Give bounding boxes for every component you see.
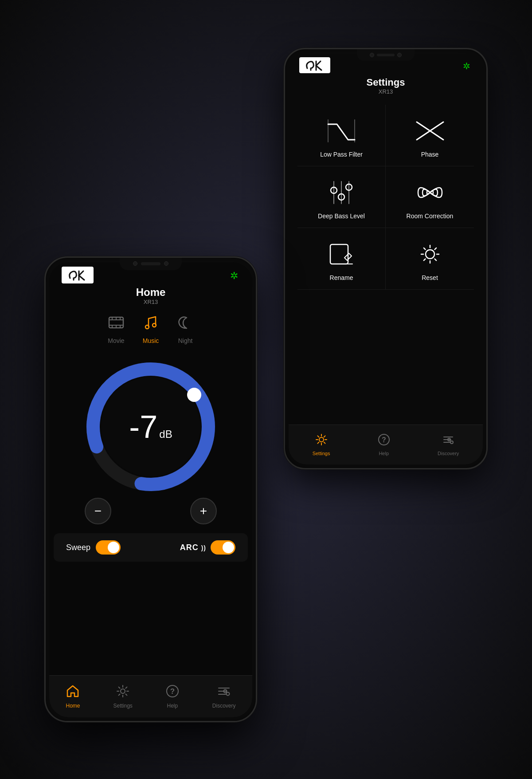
phone-home: ✲ Home XR13 — [44, 256, 257, 722]
discovery-nav-icon-front — [217, 685, 231, 701]
bottom-nav-back: Settings ? Help — [289, 425, 483, 464]
mode-music[interactable]: Music — [142, 314, 159, 344]
bluetooth-icon-back: ✲ — [463, 61, 470, 71]
arc-text-main: ARC — [180, 543, 199, 552]
phase-icon — [412, 115, 448, 146]
nav-settings[interactable]: Settings — [313, 433, 330, 456]
home-header: Home XR13 — [49, 283, 252, 310]
rename-icon — [324, 239, 359, 270]
camera-front-2 — [164, 261, 168, 266]
mode-movie[interactable]: Movie — [108, 314, 125, 344]
home-screen: ✲ Home XR13 — [49, 262, 252, 717]
vol-controls: − + — [49, 498, 252, 524]
notch-back — [357, 49, 415, 61]
low-pass-filter-label: Low Pass Filter — [320, 151, 363, 158]
svg-point-30 — [145, 325, 149, 329]
deep-bass-label: Deep Bass Level — [318, 212, 365, 220]
sweep-toggle[interactable] — [96, 540, 121, 555]
phase-label: Phase — [421, 151, 439, 158]
volume-knob-container: -7 dB — [49, 351, 252, 507]
bluetooth-icon-front: ✲ — [230, 270, 238, 282]
reset-label: Reset — [422, 274, 438, 281]
nav-home-label: Home — [66, 703, 80, 709]
nav-help-label-front: Help — [167, 703, 178, 709]
deep-bass-icon — [324, 177, 359, 208]
home-title: Home — [49, 286, 252, 299]
sweep-label: Sweep — [66, 543, 90, 552]
nav-discovery-front[interactable]: Discovery — [212, 685, 236, 709]
bottom-controls: Sweep ARC )) — [54, 533, 248, 562]
speaker-front — [141, 262, 160, 265]
volume-knob[interactable]: -7 dB — [80, 356, 222, 498]
movie-icon — [108, 314, 125, 334]
volume-up-button[interactable]: + — [190, 498, 217, 524]
sweep-control: Sweep — [66, 540, 121, 555]
polk-logo-back — [299, 57, 330, 73]
nav-discovery[interactable]: Discovery — [438, 433, 459, 456]
camera-back — [370, 53, 374, 57]
nav-settings-label: Settings — [313, 451, 330, 456]
help-nav-icon: ? — [378, 433, 390, 449]
settings-cell-phase[interactable]: Phase — [386, 105, 474, 166]
settings-cell-deep-bass[interactable]: Deep Bass Level — [297, 166, 386, 228]
mode-buttons: Movie Music — [49, 310, 252, 351]
help-nav-icon-front: ? — [166, 685, 179, 701]
movie-label: Movie — [108, 337, 124, 344]
discovery-nav-icon — [442, 433, 454, 449]
svg-point-36 — [121, 689, 125, 693]
svg-point-31 — [153, 323, 156, 327]
low-pass-filter-icon — [324, 115, 359, 146]
svg-point-12 — [426, 250, 434, 259]
settings-subtitle: XR13 — [289, 88, 483, 95]
camera-back-2 — [397, 53, 402, 57]
night-icon — [177, 314, 194, 334]
svg-point-13 — [319, 437, 324, 442]
knob-value: -7 dB — [129, 411, 172, 443]
svg-text:?: ? — [382, 436, 386, 444]
nav-settings-front[interactable]: Settings — [113, 685, 132, 709]
home-subtitle: XR13 — [49, 299, 252, 305]
settings-title: Settings — [289, 77, 483, 88]
nav-discovery-label: Discovery — [438, 451, 459, 456]
home-nav-icon — [66, 685, 79, 701]
speaker-back — [377, 54, 395, 56]
music-label: Music — [143, 337, 159, 344]
settings-header: Settings XR13 — [289, 73, 483, 100]
settings-cell-reset[interactable]: Reset — [386, 228, 474, 290]
nav-home[interactable]: Home — [66, 685, 80, 709]
arc-waves: )) — [201, 544, 206, 551]
arc-toggle[interactable] — [211, 540, 235, 555]
nav-help-front[interactable]: ? Help — [166, 685, 179, 709]
volume-down-button[interactable]: − — [85, 498, 111, 524]
night-label: Night — [178, 337, 193, 344]
room-correction-icon — [412, 177, 448, 208]
nav-settings-label-front: Settings — [113, 703, 132, 709]
settings-nav-icon-front — [116, 685, 129, 701]
nav-help[interactable]: ? Help — [378, 433, 390, 456]
mode-night[interactable]: Night — [177, 314, 194, 344]
arc-label: ARC )) — [180, 543, 206, 552]
camera-front — [133, 261, 137, 266]
polk-logo-front — [62, 267, 94, 283]
volume-number: -7 — [129, 411, 157, 443]
settings-cell-rename[interactable]: Rename — [297, 228, 386, 290]
music-icon — [142, 314, 159, 334]
nav-help-label: Help — [379, 451, 389, 456]
rename-label: Rename — [330, 274, 353, 281]
settings-screen: ✲ Settings XR13 Low Pass — [289, 54, 483, 464]
svg-point-35 — [187, 388, 201, 402]
svg-point-18 — [450, 441, 453, 444]
room-correction-label: Room Correction — [407, 212, 454, 220]
svg-text:?: ? — [170, 687, 175, 696]
arc-control: ARC )) — [180, 540, 235, 555]
phone-settings: ✲ Settings XR13 Low Pass — [284, 48, 488, 469]
notch-front — [120, 258, 182, 270]
settings-nav-icon — [315, 433, 328, 449]
scene: ✲ Settings XR13 Low Pass — [44, 35, 488, 744]
settings-cell-low-pass-filter[interactable]: Low Pass Filter — [297, 105, 386, 166]
volume-unit: dB — [159, 428, 172, 441]
settings-cell-room-correction[interactable]: Room Correction — [386, 166, 474, 228]
nav-discovery-label-front: Discovery — [212, 703, 236, 709]
reset-icon — [412, 239, 448, 270]
settings-grid: Low Pass Filter Phase — [289, 100, 483, 294]
